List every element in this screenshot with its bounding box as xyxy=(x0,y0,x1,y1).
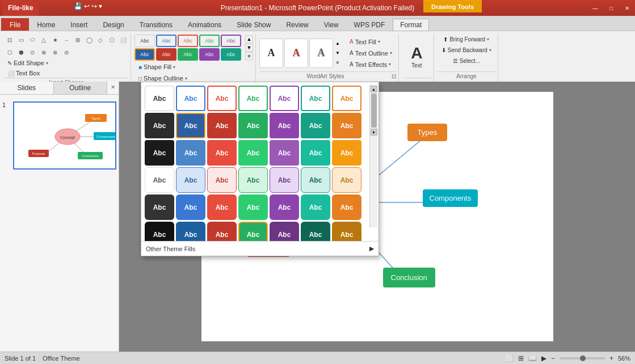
zoom-slider[interactable] xyxy=(560,357,605,359)
tab-home[interactable]: Home xyxy=(30,18,62,31)
text-fill-button[interactable]: A Text Fill ▾ xyxy=(346,37,396,47)
style-cell-6-1[interactable]: Abc xyxy=(145,222,174,241)
other-theme-fills-button[interactable]: Other Theme Fills ▶ xyxy=(141,241,379,256)
style-cell-3-6[interactable]: Abc xyxy=(301,140,330,166)
style-cell-6-6[interactable]: Abc xyxy=(301,222,330,241)
style-cell-1-4[interactable]: Abc xyxy=(238,86,268,111)
style-cell-4-2[interactable]: Abc xyxy=(176,167,205,193)
edit-shape-button[interactable]: ✎ Edit Shape ▾ xyxy=(5,58,51,67)
shape-arrow-btn[interactable]: → xyxy=(61,35,72,45)
style-cell-6-3[interactable]: Abc xyxy=(207,222,237,241)
shape-extra4-btn[interactable]: ⊕ xyxy=(39,47,49,57)
style-cell-5-3[interactable]: Abc xyxy=(207,194,237,220)
file-menu-icon[interactable]: File-like xyxy=(2,0,39,16)
tab-review[interactable]: Review xyxy=(279,18,316,31)
style-scroll-down[interactable]: ▼ xyxy=(245,44,253,52)
tab-design[interactable]: Design xyxy=(95,18,131,31)
style-cell-5-5[interactable]: Abc xyxy=(270,194,299,220)
style-cell-2-7[interactable]: Abc xyxy=(332,113,361,138)
shape-style-9[interactable]: Abc xyxy=(199,48,220,61)
shape-extra3-btn[interactable]: ⊙ xyxy=(27,47,37,57)
shape-diamond-btn[interactable]: ◇ xyxy=(95,35,106,45)
tab-insert[interactable]: Insert xyxy=(63,18,95,31)
shape-style-2[interactable]: Abc xyxy=(156,35,176,47)
shape-style-5[interactable]: Abc xyxy=(221,35,241,47)
style-cell-2-2[interactable]: Abc xyxy=(176,113,205,138)
dropdown-scroll-down[interactable]: ▼ xyxy=(371,129,377,136)
tab-format[interactable]: Format xyxy=(393,19,429,31)
style-cell-2-3[interactable]: Abc xyxy=(207,113,237,138)
style-cell-4-1[interactable]: Abc xyxy=(145,167,174,193)
style-cell-4-4[interactable]: Abc xyxy=(238,167,268,193)
style-cell-6-2[interactable]: Abc xyxy=(176,222,205,241)
components-node[interactable]: Components xyxy=(423,189,478,207)
style-cell-3-4[interactable]: Abc xyxy=(238,140,268,166)
minimize-button[interactable]: — xyxy=(587,0,603,16)
shape-extra6-btn[interactable]: ⊘ xyxy=(61,47,72,57)
shape-style-8[interactable]: Abc xyxy=(178,48,198,61)
wordart-style-scroll-up[interactable]: ▲ ▼ ≡ xyxy=(334,39,341,68)
style-cell-2-4[interactable]: Abc xyxy=(238,113,268,138)
shape-style-4[interactable]: Abc xyxy=(199,35,220,47)
shape-more-btn[interactable]: ⊞ xyxy=(73,35,83,45)
style-scroll-up[interactable]: ▲ xyxy=(245,35,253,43)
style-cell-2-1[interactable]: Abc xyxy=(145,113,174,138)
dropdown-scroll-thumb[interactable] xyxy=(371,94,377,128)
tab-view[interactable]: View xyxy=(317,18,346,31)
style-cell-1-2[interactable]: Abc xyxy=(176,86,205,111)
style-cell-1-1[interactable]: Abc xyxy=(145,86,174,111)
text-effects-button[interactable]: A Text Effects ▾ xyxy=(346,60,396,70)
style-cell-1-5[interactable]: Abc xyxy=(270,86,299,111)
dropdown-scroll-up[interactable]: ▲ xyxy=(371,86,377,92)
style-cell-3-2[interactable]: Abc xyxy=(176,140,205,166)
style-cell-4-7[interactable]: Abc xyxy=(332,167,361,193)
zoom-out-btn[interactable]: − xyxy=(551,354,555,362)
style-expand[interactable]: ≡ xyxy=(245,52,253,60)
view-reading-btn[interactable]: 📖 xyxy=(528,354,537,362)
style-cell-3-3[interactable]: Abc xyxy=(207,140,237,166)
bring-forward-button[interactable]: ⬆Bring Forward▾ xyxy=(439,35,493,44)
shape-curved-btn[interactable]: ◯ xyxy=(84,35,94,45)
shape-line-btn[interactable]: ⊡ xyxy=(5,35,15,45)
style-cell-5-2[interactable]: Abc xyxy=(176,194,205,220)
shape-pentagon-btn[interactable]: ⬠ xyxy=(107,35,117,45)
style-cell-3-1[interactable]: Abc xyxy=(145,140,174,166)
view-slide-sorter-btn[interactable]: ⊞ xyxy=(518,354,524,362)
tab-wps-pdf[interactable]: WPS PDF xyxy=(347,18,393,31)
conclusion-node[interactable]: Conclusion xyxy=(383,268,435,287)
style-cell-6-7[interactable]: Abc xyxy=(332,222,361,241)
style-cell-1-3[interactable]: Abc xyxy=(207,86,237,111)
text-outline-button[interactable]: A Text Outline ▾ xyxy=(346,48,396,58)
shape-star-btn[interactable]: ★ xyxy=(50,35,60,45)
custom-icon[interactable]: ▾ xyxy=(99,2,102,10)
tab-file[interactable]: File xyxy=(1,18,29,31)
style-cell-2-6[interactable]: Abc xyxy=(301,113,330,138)
panel-close-button[interactable]: ✕ xyxy=(107,82,119,94)
shape-style-3[interactable]: Abc xyxy=(178,35,198,47)
wordart-style-2[interactable]: A xyxy=(284,39,308,68)
text-large-button[interactable]: A Text xyxy=(409,42,424,71)
style-cell-1-7[interactable]: Abc xyxy=(332,86,361,111)
shape-style-7[interactable]: Abc xyxy=(156,48,176,61)
style-cell-3-5[interactable]: Abc xyxy=(270,140,299,166)
style-cell-4-5[interactable]: Abc xyxy=(270,167,299,193)
style-cell-2-5[interactable]: Abc xyxy=(270,113,299,138)
style-cell-6-4[interactable]: Abc xyxy=(238,222,268,241)
shape-extra-btn[interactable]: ⬡ xyxy=(5,47,15,57)
text-box-button[interactable]: ⬜ Text Box xyxy=(5,69,43,78)
shape-extra5-btn[interactable]: ⊗ xyxy=(50,47,60,57)
zoom-level[interactable]: 56% xyxy=(618,355,630,362)
redo-icon[interactable]: ↪ xyxy=(91,2,97,10)
send-backward-button[interactable]: ⬇Send Backward▾ xyxy=(438,45,495,55)
shape-triangle-btn[interactable]: △ xyxy=(39,35,49,45)
shape-oval-btn[interactable]: ⬭ xyxy=(27,35,37,45)
zoom-in-btn[interactable]: + xyxy=(609,354,613,362)
slide-thumbnail[interactable]: Concept Types Components Purpose Conclus… xyxy=(13,101,116,170)
shape-style-1[interactable]: Abc xyxy=(134,35,155,47)
style-cell-5-7[interactable]: Abc xyxy=(332,194,361,220)
style-cell-4-3[interactable]: Abc xyxy=(207,167,237,193)
style-cell-5-6[interactable]: Abc xyxy=(301,194,330,220)
style-cell-1-6[interactable]: Abc xyxy=(301,86,330,111)
wordart-style-1[interactable]: A xyxy=(259,39,283,68)
tab-animations[interactable]: Animations xyxy=(180,18,229,31)
